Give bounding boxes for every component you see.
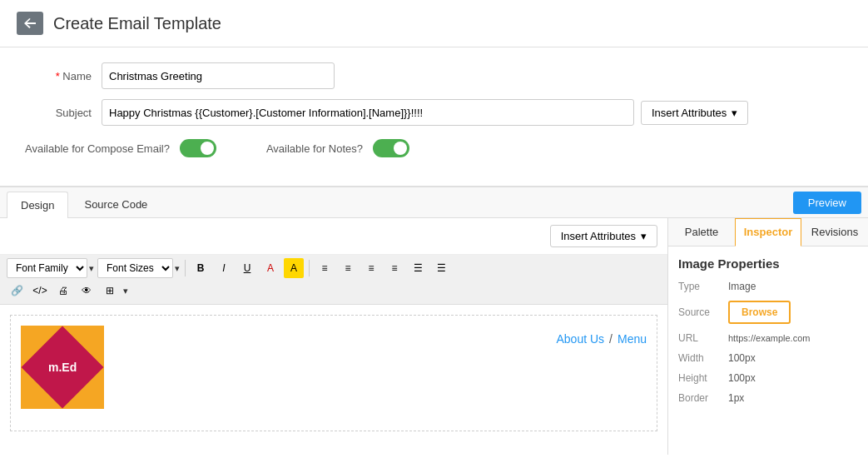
name-row: * Name — [25, 62, 843, 89]
logo-inner: m.Ed — [22, 326, 104, 409]
image-properties-title: Image Properties — [678, 256, 858, 271]
unordered-list-button[interactable]: ☰ — [408, 258, 428, 278]
toolbar-row-1: Font Family ▾ Font Sizes ▾ B I U A A ≡ ≡ — [7, 258, 661, 278]
insert-attributes-label: Insert Attributes — [652, 107, 727, 119]
tab-source-code-label: Source Code — [84, 198, 147, 211]
name-label: * Name — [25, 70, 92, 82]
editor-toolbar: Font Family ▾ Font Sizes ▾ B I U A A ≡ ≡ — [0, 255, 667, 305]
url-value: https://example.com — [728, 333, 810, 343]
table-button[interactable]: ⊞ — [100, 281, 120, 301]
subject-row: Subject Insert Attributes ▾ — [25, 99, 843, 126]
border-value: 1px — [728, 392, 744, 404]
justify-button[interactable]: ≡ — [384, 258, 404, 278]
inspector-tab-label: Inspector — [744, 226, 793, 238]
tab-inspector[interactable]: Inspector — [735, 218, 801, 246]
editor-insert-attributes-button[interactable]: Insert Attributes ▾ — [550, 225, 657, 247]
width-value: 100px — [728, 352, 756, 364]
compose-toggle[interactable] — [180, 139, 216, 157]
subject-label: Subject — [25, 107, 92, 119]
height-value: 100px — [728, 372, 756, 384]
url-row: URL https://example.com — [678, 332, 858, 344]
toolbar-divider-2 — [309, 260, 310, 276]
source-label: Source — [678, 306, 728, 318]
bold-button[interactable]: B — [191, 258, 211, 278]
highlight-button[interactable]: A — [284, 258, 304, 278]
insert-attributes-button[interactable]: Insert Attributes ▾ — [641, 101, 748, 125]
preview-inline-button[interactable]: 👁 — [77, 281, 97, 301]
editor-main: Insert Attributes ▾ Font Family ▾ Font S… — [0, 218, 668, 455]
underline-button[interactable]: U — [237, 258, 257, 278]
notes-toggle[interactable] — [373, 139, 409, 157]
editor-area: Insert Attributes ▾ Font Family ▾ Font S… — [0, 218, 868, 455]
palette-tab-label: Palette — [685, 226, 718, 238]
logo-text: m.Ed — [48, 361, 77, 374]
compose-toggle-item: Available for Compose Email? — [25, 139, 216, 157]
browse-button[interactable]: Browse — [728, 301, 791, 324]
font-family-select[interactable]: Font Family — [7, 258, 87, 278]
back-button[interactable] — [17, 12, 43, 35]
table-dropdown-icon: ▾ — [123, 286, 128, 296]
logo-image[interactable]: m.Ed — [21, 326, 104, 409]
toolbar-row-2: 🔗 </> 🖨 👁 ⊞ ▾ — [7, 281, 661, 301]
inspector-tabs: Palette Inspector Revisions — [668, 218, 868, 246]
required-marker: * — [56, 70, 60, 82]
editor-content[interactable]: m.Ed About Us / Menu — [0, 305, 667, 455]
link-button[interactable]: 🔗 — [7, 281, 27, 301]
nav-separator: / — [609, 332, 613, 346]
print-button[interactable]: 🖨 — [53, 281, 73, 301]
border-row: Border 1px — [678, 392, 858, 404]
email-nav: About Us / Menu — [556, 326, 647, 346]
compose-label: Available for Compose Email? — [25, 142, 170, 155]
page-title: Create Email Template — [53, 14, 221, 33]
email-content-area: m.Ed About Us / Menu — [10, 315, 657, 431]
toggles-row: Available for Compose Email? Available f… — [25, 136, 843, 161]
editor-insert-attributes-label: Insert Attributes — [561, 230, 636, 242]
inspector-panel: Palette Inspector Revisions Image Proper… — [668, 218, 868, 455]
page-header: Create Email Template — [0, 0, 868, 47]
italic-button[interactable]: I — [214, 258, 234, 278]
font-sizes-select[interactable]: Font Sizes — [97, 258, 173, 278]
code-button[interactable]: </> — [30, 281, 50, 301]
height-label: Height — [678, 372, 728, 384]
name-input[interactable] — [102, 62, 335, 89]
height-row: Height 100px — [678, 372, 858, 384]
type-label: Type — [678, 281, 728, 292]
tab-source-code[interactable]: Source Code — [70, 191, 161, 217]
preview-button[interactable]: Preview — [793, 192, 861, 214]
width-label: Width — [678, 352, 728, 364]
preview-label: Preview — [808, 197, 846, 209]
name-label-text: Name — [62, 70, 92, 82]
border-label: Border — [678, 392, 728, 404]
width-row: Width 100px — [678, 352, 858, 364]
form-area: * Name Subject Insert Attributes ▾ Avail… — [0, 47, 868, 187]
tab-revisions[interactable]: Revisions — [801, 218, 868, 246]
browse-label: Browse — [742, 306, 777, 318]
tabs-bar: Design Source Code Preview — [0, 187, 868, 218]
about-us-link[interactable]: About Us — [556, 332, 604, 346]
revisions-tab-label: Revisions — [811, 226, 858, 238]
menu-link[interactable]: Menu — [618, 332, 647, 346]
align-right-button[interactable]: ≡ — [361, 258, 381, 278]
dropdown-arrow-icon2: ▾ — [641, 230, 647, 242]
notes-label: Available for Notes? — [266, 142, 363, 155]
url-label: URL — [678, 332, 728, 344]
subject-input[interactable] — [102, 99, 634, 126]
font-sizes-dropdown-icon: ▾ — [175, 263, 180, 274]
dropdown-arrow-icon: ▾ — [732, 107, 737, 119]
align-center-button[interactable]: ≡ — [338, 258, 358, 278]
type-value: Image — [728, 281, 756, 292]
toolbar-divider-1 — [185, 260, 186, 276]
align-left-button[interactable]: ≡ — [315, 258, 335, 278]
tab-palette[interactable]: Palette — [668, 218, 735, 246]
font-family-dropdown-icon: ▾ — [89, 263, 94, 274]
ordered-list-button[interactable]: ☰ — [431, 258, 451, 278]
tab-design[interactable]: Design — [7, 192, 68, 218]
notes-toggle-item: Available for Notes? — [266, 139, 409, 157]
inspector-content: Image Properties Type Image Source Brows… — [668, 246, 868, 422]
editor-toolbar-top: Insert Attributes ▾ — [0, 218, 667, 255]
source-row: Source Browse — [678, 301, 858, 324]
type-row: Type Image — [678, 281, 858, 292]
font-color-button[interactable]: A — [260, 258, 280, 278]
tab-design-label: Design — [21, 199, 54, 212]
